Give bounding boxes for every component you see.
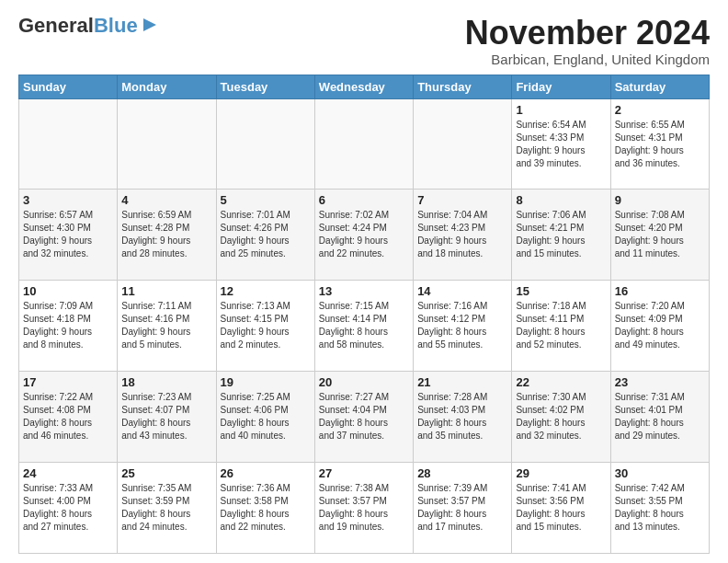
table-row: 17Sunrise: 7:22 AM Sunset: 4:08 PM Dayli… xyxy=(19,372,118,463)
calendar-week-row: 24Sunrise: 7:33 AM Sunset: 4:00 PM Dayli… xyxy=(19,463,710,554)
day-info: Sunrise: 6:54 AM Sunset: 4:33 PM Dayligh… xyxy=(516,119,606,170)
table-row: 21Sunrise: 7:28 AM Sunset: 4:03 PM Dayli… xyxy=(414,372,512,463)
table-row: 28Sunrise: 7:39 AM Sunset: 3:57 PM Dayli… xyxy=(414,463,512,554)
day-number: 6 xyxy=(319,193,409,207)
day-number: 21 xyxy=(417,375,507,389)
day-number: 27 xyxy=(319,466,409,480)
calendar-week-row: 3Sunrise: 6:57 AM Sunset: 4:30 PM Daylig… xyxy=(19,190,710,281)
table-row xyxy=(314,98,413,190)
col-monday: Monday xyxy=(118,75,216,98)
table-row: 4Sunrise: 6:59 AM Sunset: 4:28 PM Daylig… xyxy=(118,190,216,281)
table-row: 24Sunrise: 7:33 AM Sunset: 4:00 PM Dayli… xyxy=(19,463,118,554)
day-number: 14 xyxy=(417,284,507,298)
day-number: 16 xyxy=(615,284,705,298)
day-number: 25 xyxy=(121,466,211,480)
day-number: 7 xyxy=(417,193,507,207)
day-info: Sunrise: 7:16 AM Sunset: 4:12 PM Dayligh… xyxy=(417,300,507,351)
day-info: Sunrise: 7:06 AM Sunset: 4:21 PM Dayligh… xyxy=(516,209,606,260)
day-info: Sunrise: 7:25 AM Sunset: 4:06 PM Dayligh… xyxy=(221,391,311,442)
day-number: 17 xyxy=(23,375,113,389)
title-block: November 2024 Barbican, England, United … xyxy=(465,15,710,67)
table-row: 25Sunrise: 7:35 AM Sunset: 3:59 PM Dayli… xyxy=(118,463,216,554)
logo-text: GeneralBlue xyxy=(18,15,138,37)
day-info: Sunrise: 7:41 AM Sunset: 3:56 PM Dayligh… xyxy=(516,482,606,534)
page: GeneralBlue November 2024 Barbican, Engl… xyxy=(0,0,728,563)
day-info: Sunrise: 7:20 AM Sunset: 4:09 PM Dayligh… xyxy=(615,300,705,351)
day-number: 18 xyxy=(121,375,211,389)
day-info: Sunrise: 7:01 AM Sunset: 4:26 PM Dayligh… xyxy=(221,209,311,260)
day-number: 20 xyxy=(319,375,409,389)
table-row: 23Sunrise: 7:31 AM Sunset: 4:01 PM Dayli… xyxy=(610,372,709,463)
day-number: 2 xyxy=(615,103,705,117)
day-info: Sunrise: 7:30 AM Sunset: 4:02 PM Dayligh… xyxy=(516,391,606,442)
day-number: 5 xyxy=(221,193,311,207)
day-number: 30 xyxy=(615,466,705,480)
day-info: Sunrise: 7:28 AM Sunset: 4:03 PM Dayligh… xyxy=(417,391,507,442)
day-number: 24 xyxy=(23,466,113,480)
table-row: 9Sunrise: 7:08 AM Sunset: 4:20 PM Daylig… xyxy=(610,190,709,281)
table-row: 19Sunrise: 7:25 AM Sunset: 4:06 PM Dayli… xyxy=(216,372,314,463)
table-row: 15Sunrise: 7:18 AM Sunset: 4:11 PM Dayli… xyxy=(512,281,610,372)
day-info: Sunrise: 7:31 AM Sunset: 4:01 PM Dayligh… xyxy=(615,391,705,442)
table-row: 2Sunrise: 6:55 AM Sunset: 4:31 PM Daylig… xyxy=(610,98,709,190)
day-info: Sunrise: 7:38 AM Sunset: 3:57 PM Dayligh… xyxy=(319,482,409,534)
day-info: Sunrise: 7:42 AM Sunset: 3:55 PM Dayligh… xyxy=(615,482,705,534)
logo-arrow-icon xyxy=(142,17,158,37)
table-row: 3Sunrise: 6:57 AM Sunset: 4:30 PM Daylig… xyxy=(19,190,118,281)
col-friday: Friday xyxy=(512,75,610,98)
day-info: Sunrise: 7:33 AM Sunset: 4:00 PM Dayligh… xyxy=(23,482,113,534)
day-info: Sunrise: 7:18 AM Sunset: 4:11 PM Dayligh… xyxy=(516,300,606,351)
day-info: Sunrise: 6:55 AM Sunset: 4:31 PM Dayligh… xyxy=(615,119,705,170)
day-number: 1 xyxy=(516,103,606,117)
table-row: 26Sunrise: 7:36 AM Sunset: 3:58 PM Dayli… xyxy=(216,463,314,554)
day-info: Sunrise: 7:11 AM Sunset: 4:16 PM Dayligh… xyxy=(121,300,211,351)
month-title: November 2024 xyxy=(465,15,710,52)
day-info: Sunrise: 7:04 AM Sunset: 4:23 PM Dayligh… xyxy=(417,209,507,260)
col-saturday: Saturday xyxy=(610,75,709,98)
day-info: Sunrise: 7:39 AM Sunset: 3:57 PM Dayligh… xyxy=(417,482,507,534)
table-row: 1Sunrise: 6:54 AM Sunset: 4:33 PM Daylig… xyxy=(512,98,610,190)
day-number: 28 xyxy=(417,466,507,480)
table-row xyxy=(216,98,314,190)
table-row: 10Sunrise: 7:09 AM Sunset: 4:18 PM Dayli… xyxy=(19,281,118,372)
day-info: Sunrise: 7:22 AM Sunset: 4:08 PM Dayligh… xyxy=(23,391,113,442)
col-sunday: Sunday xyxy=(19,75,118,98)
table-row: 6Sunrise: 7:02 AM Sunset: 4:24 PM Daylig… xyxy=(314,190,413,281)
table-row: 11Sunrise: 7:11 AM Sunset: 4:16 PM Dayli… xyxy=(118,281,216,372)
day-info: Sunrise: 7:15 AM Sunset: 4:14 PM Dayligh… xyxy=(319,300,409,351)
day-number: 26 xyxy=(221,466,311,480)
table-row xyxy=(19,98,118,190)
table-row: 18Sunrise: 7:23 AM Sunset: 4:07 PM Dayli… xyxy=(118,372,216,463)
header: GeneralBlue November 2024 Barbican, Engl… xyxy=(18,15,710,67)
day-info: Sunrise: 6:59 AM Sunset: 4:28 PM Dayligh… xyxy=(121,209,211,260)
day-number: 4 xyxy=(121,193,211,207)
col-thursday: Thursday xyxy=(414,75,512,98)
table-row: 20Sunrise: 7:27 AM Sunset: 4:04 PM Dayli… xyxy=(314,372,413,463)
table-row: 8Sunrise: 7:06 AM Sunset: 4:21 PM Daylig… xyxy=(512,190,610,281)
day-number: 23 xyxy=(615,375,705,389)
day-number: 8 xyxy=(516,193,606,207)
day-info: Sunrise: 7:35 AM Sunset: 3:59 PM Dayligh… xyxy=(121,482,211,534)
day-number: 13 xyxy=(319,284,409,298)
table-row: 13Sunrise: 7:15 AM Sunset: 4:14 PM Dayli… xyxy=(314,281,413,372)
calendar-week-row: 17Sunrise: 7:22 AM Sunset: 4:08 PM Dayli… xyxy=(19,372,710,463)
day-number: 10 xyxy=(23,284,113,298)
day-info: Sunrise: 7:02 AM Sunset: 4:24 PM Dayligh… xyxy=(319,209,409,260)
day-info: Sunrise: 7:27 AM Sunset: 4:04 PM Dayligh… xyxy=(319,391,409,442)
day-number: 19 xyxy=(221,375,311,389)
table-row: 7Sunrise: 7:04 AM Sunset: 4:23 PM Daylig… xyxy=(414,190,512,281)
calendar-header-row: Sunday Monday Tuesday Wednesday Thursday… xyxy=(19,75,710,98)
day-number: 12 xyxy=(221,284,311,298)
day-number: 29 xyxy=(516,466,606,480)
day-info: Sunrise: 7:23 AM Sunset: 4:07 PM Dayligh… xyxy=(121,391,211,442)
table-row: 5Sunrise: 7:01 AM Sunset: 4:26 PM Daylig… xyxy=(216,190,314,281)
calendar-week-row: 10Sunrise: 7:09 AM Sunset: 4:18 PM Dayli… xyxy=(19,281,710,372)
day-info: Sunrise: 7:08 AM Sunset: 4:20 PM Dayligh… xyxy=(615,209,705,260)
table-row: 12Sunrise: 7:13 AM Sunset: 4:15 PM Dayli… xyxy=(216,281,314,372)
table-row: 16Sunrise: 7:20 AM Sunset: 4:09 PM Dayli… xyxy=(610,281,709,372)
day-number: 9 xyxy=(615,193,705,207)
day-info: Sunrise: 7:13 AM Sunset: 4:15 PM Dayligh… xyxy=(221,300,311,351)
table-row: 30Sunrise: 7:42 AM Sunset: 3:55 PM Dayli… xyxy=(610,463,709,554)
day-number: 15 xyxy=(516,284,606,298)
day-number: 11 xyxy=(121,284,211,298)
